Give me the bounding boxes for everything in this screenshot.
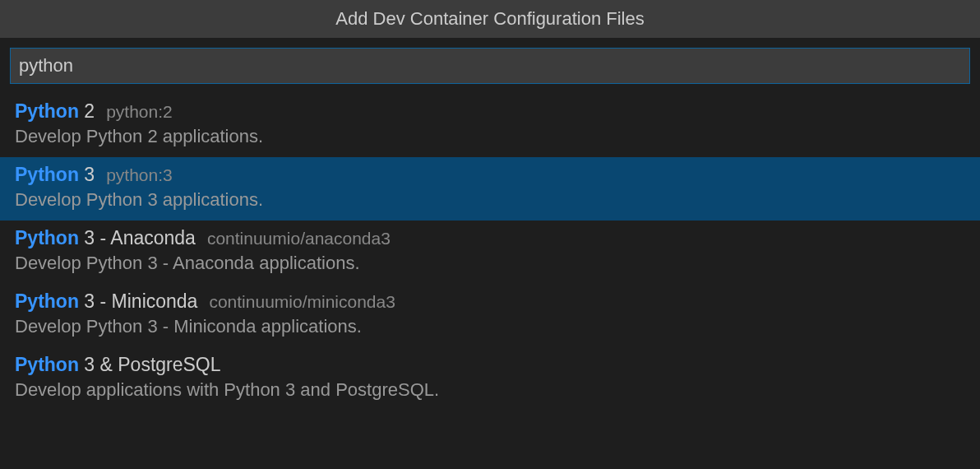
results-list: Python 2 python:2 Develop Python 2 appli… (0, 94, 980, 411)
result-description: Develop applications with Python 3 and P… (15, 379, 965, 401)
result-item-python-2[interactable]: Python 2 python:2 Develop Python 2 appli… (0, 94, 980, 157)
result-title-row: Python 3 - Miniconda continuumio/minicon… (15, 290, 965, 313)
result-item-python-3-anaconda[interactable]: Python 3 - Anaconda continuumio/anaconda… (0, 221, 980, 284)
result-rest: 2 (79, 100, 95, 122)
result-tag: python:2 (106, 102, 173, 122)
result-description: Develop Python 3 applications. (15, 189, 965, 211)
result-label: Python 3 - Miniconda (15, 290, 197, 313)
result-title-row: Python 2 python:2 (15, 100, 965, 123)
result-item-python-3[interactable]: Python 3 python:3 Develop Python 3 appli… (0, 157, 980, 221)
result-item-python-3-postgresql[interactable]: Python 3 & PostgreSQL Develop applicatio… (0, 347, 980, 411)
result-tag: continuumio/miniconda3 (209, 292, 395, 312)
result-label: Python 3 (15, 164, 95, 186)
result-label: Python 3 & PostgreSQL (15, 354, 221, 376)
dialog-title: Add Dev Container Configuration Files (335, 8, 644, 30)
result-description: Develop Python 2 applications. (15, 126, 965, 147)
result-label: Python 3 - Anaconda (15, 227, 196, 249)
result-label: Python 2 (15, 100, 95, 123)
result-highlight: Python (15, 290, 79, 312)
dialog-header: Add Dev Container Configuration Files (0, 0, 980, 38)
result-rest: 3 & PostgreSQL (79, 354, 221, 375)
result-highlight: Python (15, 164, 79, 185)
result-highlight: Python (15, 354, 79, 375)
search-wrapper (0, 38, 980, 94)
result-description: Develop Python 3 - Anaconda applications… (15, 253, 965, 274)
result-rest: 3 - Anaconda (79, 227, 196, 248)
result-title-row: Python 3 - Anaconda continuumio/anaconda… (15, 227, 965, 249)
result-highlight: Python (15, 100, 79, 122)
result-rest: 3 (79, 164, 95, 185)
result-title-row: Python 3 python:3 (15, 164, 965, 186)
result-highlight: Python (15, 227, 79, 248)
search-input[interactable] (10, 48, 970, 84)
result-tag: python:3 (106, 165, 173, 185)
result-description: Develop Python 3 - Miniconda application… (15, 316, 965, 337)
result-title-row: Python 3 & PostgreSQL (15, 354, 965, 376)
result-rest: 3 - Miniconda (79, 290, 197, 312)
result-tag: continuumio/anaconda3 (207, 229, 391, 248)
result-item-python-3-miniconda[interactable]: Python 3 - Miniconda continuumio/minicon… (0, 284, 980, 347)
